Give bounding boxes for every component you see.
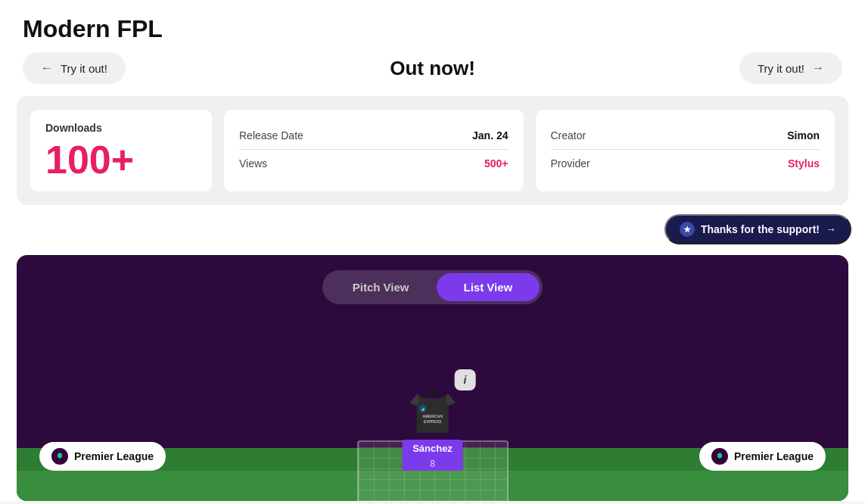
out-now-label: Out now! bbox=[390, 57, 475, 80]
provider-value: Stylus bbox=[788, 157, 820, 170]
info-icon[interactable]: i bbox=[455, 369, 476, 390]
toggle-container: Pitch View List View bbox=[322, 270, 543, 304]
creator-value: Simon bbox=[787, 129, 820, 142]
release-date-row: Release Date Jan. 24 bbox=[239, 122, 509, 149]
pl-logo-left bbox=[51, 448, 68, 465]
svg-text:AMERICAN: AMERICAN bbox=[422, 414, 443, 418]
gk-player: i AMERICAN EXPRESS bbox=[402, 380, 463, 471]
creator-row: Creator Simon bbox=[551, 122, 820, 149]
thanks-label: Thanks for the support! bbox=[701, 223, 820, 235]
thanks-star-icon: ★ bbox=[680, 222, 695, 237]
provider-label: Provider bbox=[551, 157, 590, 170]
provider-row: Provider Stylus bbox=[551, 149, 820, 177]
thanks-arrow-icon: → bbox=[826, 223, 836, 235]
right-league-label: Premier League bbox=[734, 450, 814, 462]
release-views-card: Release Date Jan. 24 Views 500+ bbox=[224, 110, 524, 191]
left-league-label: Premier League bbox=[74, 450, 154, 462]
player-number-badge: 8 bbox=[402, 457, 463, 471]
views-row: Views 500+ bbox=[239, 149, 509, 177]
thanks-banner-button[interactable]: ★ Thanks for the support! → bbox=[664, 214, 851, 244]
thanks-banner-wrapper: ★ Thanks for the support! → bbox=[0, 205, 865, 247]
jersey-svg: AMERICAN EXPRESS ⚡ bbox=[406, 380, 459, 437]
page-wrapper: Modern FPL ← Try it out! Out now! Try it… bbox=[0, 0, 865, 501]
creator-provider-card: Creator Simon Provider Stylus bbox=[536, 110, 835, 191]
left-nav-button[interactable]: ← Try it out! bbox=[23, 52, 126, 84]
view-toggle: Pitch View List View bbox=[17, 270, 848, 304]
right-nav-button[interactable]: Try it out! → bbox=[739, 52, 842, 84]
downloads-value: 100+ bbox=[45, 140, 197, 179]
creator-label: Creator bbox=[551, 129, 587, 142]
left-league-badge: Premier League bbox=[39, 442, 166, 471]
release-date-value: Jan. 24 bbox=[472, 129, 508, 142]
views-value: 500+ bbox=[484, 157, 509, 170]
left-arrow-icon: ← bbox=[41, 61, 53, 75]
right-league-badge: Premier League bbox=[699, 442, 826, 471]
nav-bar: ← Try it out! Out now! Try it out! → bbox=[0, 52, 865, 96]
left-nav-label: Try it out! bbox=[61, 62, 107, 75]
downloads-label: Downloads bbox=[45, 122, 197, 134]
app-title: Modern FPL bbox=[23, 15, 842, 43]
release-date-label: Release Date bbox=[239, 129, 303, 142]
list-view-button[interactable]: List View bbox=[437, 273, 540, 301]
downloads-card: Downloads 100+ bbox=[30, 110, 212, 191]
stats-section: Downloads 100+ Release Date Jan. 24 View… bbox=[17, 96, 848, 205]
pl-logo-right bbox=[711, 448, 728, 465]
right-arrow-icon: → bbox=[812, 61, 824, 75]
pitch-section: Pitch View List View i bbox=[17, 255, 848, 501]
right-nav-label: Try it out! bbox=[758, 62, 804, 75]
svg-text:⚡: ⚡ bbox=[421, 407, 426, 412]
views-label: Views bbox=[239, 157, 267, 170]
header: Modern FPL bbox=[0, 0, 865, 52]
player-name-badge: Sánchez bbox=[402, 440, 463, 457]
pitch-view-button[interactable]: Pitch View bbox=[325, 273, 437, 301]
pitch-content: i AMERICAN EXPRESS bbox=[17, 319, 848, 501]
svg-text:EXPRESS: EXPRESS bbox=[424, 419, 442, 424]
